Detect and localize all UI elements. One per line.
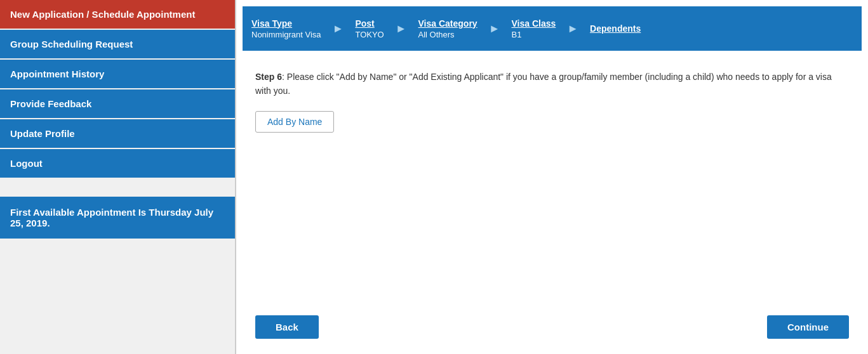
- step-instruction: Step 6: Please click "Add by Name" or "A…: [255, 70, 849, 98]
- step-dependents: Dependents: [581, 6, 650, 51]
- step-arrow-1: ►: [330, 6, 347, 51]
- step-label: Step 6: [255, 72, 282, 82]
- step-subtitle-visa-category: All Others: [418, 30, 477, 39]
- step-subtitle-visa-class: B1: [511, 30, 556, 39]
- sidebar: New Application / Schedule AppointmentGr…: [0, 0, 235, 354]
- step-subtitle-visa-type: Nonimmigrant Visa: [251, 30, 321, 39]
- step-title-post: Post: [355, 18, 384, 29]
- continue-button[interactable]: Continue: [767, 315, 849, 339]
- steps-bar: Visa TypeNonimmigrant Visa►PostTOKYO►Vis…: [243, 6, 862, 51]
- back-button[interactable]: Back: [255, 315, 319, 339]
- step-visa-category[interactable]: Visa CategoryAll Others: [410, 6, 486, 51]
- sidebar-item-new-application[interactable]: New Application / Schedule Appointment: [0, 0, 235, 29]
- sidebar-item-group-scheduling[interactable]: Group Scheduling Request: [0, 30, 235, 58]
- step-post[interactable]: PostTOKYO: [346, 6, 392, 51]
- bottom-buttons: Back Continue: [243, 309, 862, 348]
- content-area: Step 6: Please click "Add by Name" or "A…: [243, 57, 862, 303]
- step-title-visa-type: Visa Type: [251, 18, 321, 29]
- step-title-visa-class: Visa Class: [511, 18, 556, 29]
- step-instruction-text: : Please click "Add by Name" or "Add Exi…: [255, 72, 832, 96]
- step-title-visa-category: Visa Category: [418, 18, 477, 29]
- sidebar-item-provide-feedback[interactable]: Provide Feedback: [0, 89, 235, 118]
- sidebar-item-update-profile[interactable]: Update Profile: [0, 119, 235, 148]
- step-arrow-3: ►: [486, 6, 503, 51]
- step-arrow-2: ►: [393, 6, 410, 51]
- step-visa-type[interactable]: Visa TypeNonimmigrant Visa: [243, 6, 330, 51]
- sidebar-item-appointment-history[interactable]: Appointment History: [0, 60, 235, 88]
- sidebar-item-logout[interactable]: Logout: [0, 149, 235, 178]
- main-content: Visa TypeNonimmigrant Visa►PostTOKYO►Vis…: [236, 0, 868, 354]
- step-title-dependents: Dependents: [590, 23, 641, 34]
- step-subtitle-post: TOKYO: [355, 30, 384, 39]
- step-visa-class[interactable]: Visa ClassB1: [502, 6, 564, 51]
- sidebar-info-box: First Available Appointment Is Thursday …: [0, 197, 235, 239]
- step-arrow-4: ►: [564, 6, 581, 51]
- add-by-name-button[interactable]: Add By Name: [255, 111, 334, 133]
